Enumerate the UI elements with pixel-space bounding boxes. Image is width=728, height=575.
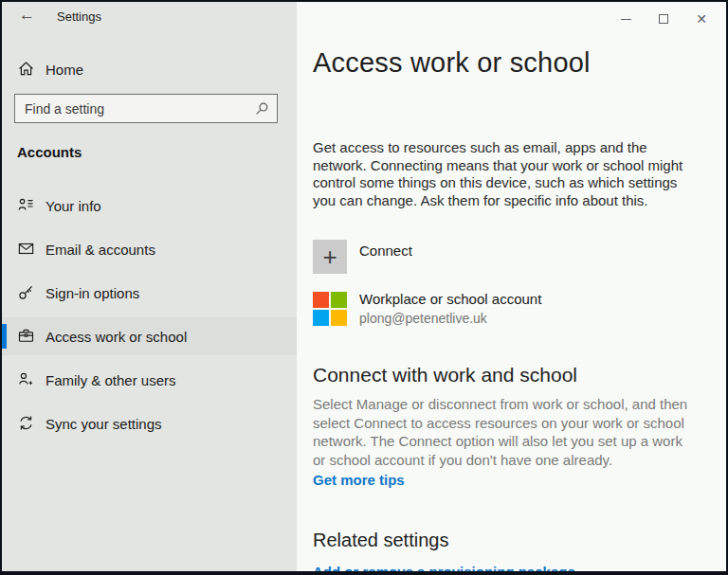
sidebar-item-label: Email & accounts bbox=[46, 242, 155, 258]
sidebar-nav: Your info Email & accounts Sign-in bbox=[2, 187, 297, 448]
search-input[interactable] bbox=[15, 95, 277, 122]
sidebar-item-home[interactable]: Home bbox=[2, 52, 297, 86]
sidebar-item-family-other-users[interactable]: Family & other users bbox=[2, 361, 297, 399]
connect-section-body: Select Manage or disconnect from work or… bbox=[313, 395, 696, 469]
family-icon bbox=[18, 371, 34, 387]
close-button[interactable]: ✕ bbox=[682, 8, 720, 30]
sidebar-item-label: Home bbox=[46, 62, 83, 78]
briefcase-icon bbox=[18, 328, 34, 344]
sidebar-item-email-accounts[interactable]: Email & accounts bbox=[2, 230, 297, 268]
sidebar: ← Settings Home Accounts bbox=[2, 2, 297, 571]
sidebar-section-heading: Accounts bbox=[17, 144, 82, 160]
titlebar: ← Settings bbox=[2, 2, 297, 34]
plus-icon: + bbox=[313, 240, 347, 274]
microsoft-logo-icon bbox=[313, 292, 347, 326]
minimize-icon bbox=[621, 19, 631, 20]
maximize-button[interactable] bbox=[645, 8, 682, 30]
email-icon bbox=[18, 241, 34, 257]
close-icon: ✕ bbox=[696, 12, 707, 26]
sidebar-item-label: Sign-in options bbox=[46, 285, 139, 301]
home-icon bbox=[18, 61, 34, 77]
account-name: Workplace or school account bbox=[359, 291, 541, 307]
sidebar-item-label: Sync your settings bbox=[46, 416, 162, 432]
connect-section-heading: Connect with work and school bbox=[313, 364, 577, 386]
sidebar-item-access-work-or-school[interactable]: Access work or school bbox=[2, 317, 297, 355]
content-pane: ✕ Access work or school Get access to re… bbox=[297, 2, 726, 571]
key-icon bbox=[18, 284, 34, 300]
provisioning-package-link[interactable]: Add or remove a provisioning package bbox=[313, 564, 575, 571]
sidebar-item-sign-in-options[interactable]: Sign-in options bbox=[2, 274, 297, 312]
page-title: Access work or school bbox=[313, 47, 591, 79]
settings-window: ← Settings Home Accounts bbox=[2, 2, 726, 571]
account-email: plong@petenetlive.uk bbox=[359, 311, 487, 326]
related-settings-heading: Related settings bbox=[313, 530, 448, 551]
sync-icon bbox=[18, 415, 34, 431]
search-icon[interactable] bbox=[255, 101, 269, 119]
maximize-icon bbox=[659, 14, 668, 24]
intro-text: Get access to resources such as email, a… bbox=[313, 139, 698, 209]
sidebar-item-sync-your-settings[interactable]: Sync your settings bbox=[2, 404, 297, 442]
sidebar-item-your-info[interactable]: Your info bbox=[2, 187, 297, 225]
search-box bbox=[14, 94, 278, 123]
sidebar-item-label: Your info bbox=[46, 198, 101, 214]
person-info-icon bbox=[18, 197, 34, 213]
app-title: Settings bbox=[57, 9, 101, 24]
back-icon[interactable]: ← bbox=[19, 6, 35, 25]
sidebar-item-label: Access work or school bbox=[46, 329, 187, 345]
sidebar-item-label: Family & other users bbox=[46, 372, 176, 388]
connect-label: Connect bbox=[359, 243, 412, 259]
get-more-tips-link[interactable]: Get more tips bbox=[313, 472, 405, 488]
minimize-button[interactable] bbox=[607, 8, 645, 30]
window-controls: ✕ bbox=[607, 8, 720, 30]
